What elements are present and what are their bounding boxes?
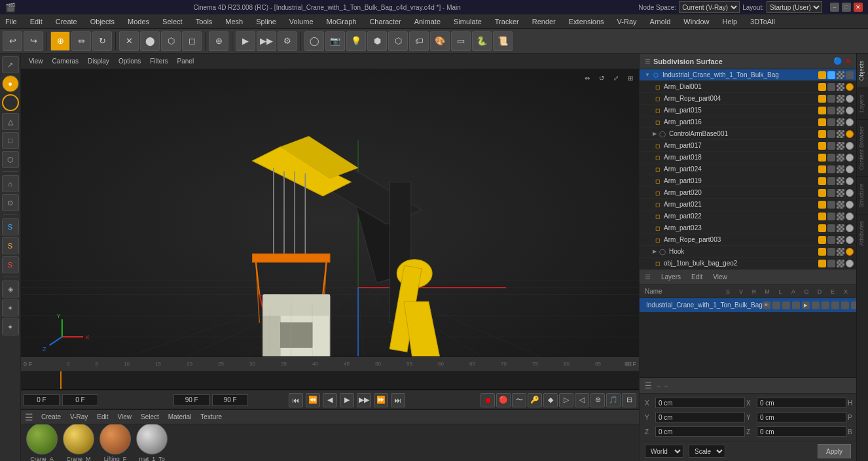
material-crane-m[interactable]: Crane_M [63, 424, 94, 461]
layer-dot-e[interactable] [841, 301, 849, 309]
edge-mode-button[interactable]: ⬡ [161, 31, 181, 51]
undo-button[interactable]: ↩ [3, 31, 22, 51]
menu-modes[interactable]: Modes [125, 16, 152, 27]
motion-button[interactable]: 〜 [512, 393, 526, 407]
objects-menu-toggle[interactable]: ☰ [645, 58, 651, 65]
record-button[interactable]: ⏺ [480, 393, 495, 407]
render-view-button[interactable]: ▶ [236, 31, 255, 51]
menu-mesh[interactable]: Mesh [223, 16, 245, 27]
menu-edit[interactable]: Edit [27, 16, 45, 27]
mat-material[interactable]: Material [164, 412, 196, 422]
step-back-button[interactable]: ⏪ [306, 393, 320, 407]
obj-row-4[interactable]: ▶ ◯ ControlArmBase001 [640, 128, 856, 140]
goto-end-button[interactable]: ⏭ [391, 393, 405, 407]
lsb-hex[interactable]: ⬡ [2, 151, 19, 168]
vt-options[interactable]: Options [115, 56, 145, 66]
layers-view-item[interactable]: View [710, 272, 730, 282]
play-back-button[interactable]: ◀ [323, 393, 337, 407]
point-mode-button[interactable]: ⬤ [140, 31, 160, 51]
vt-cameras[interactable]: Cameras [48, 56, 83, 66]
menu-create[interactable]: Create [53, 16, 80, 27]
menu-window[interactable]: Window [681, 16, 712, 27]
menu-vray[interactable]: V-Ray [615, 16, 640, 27]
light-button[interactable]: 💡 [346, 31, 366, 51]
lsb-ring[interactable] [2, 94, 19, 111]
menu-tracker[interactable]: Tracker [492, 16, 522, 27]
obj-lock-root[interactable] [827, 71, 835, 79]
viewport-grid[interactable]: ⊞ [624, 72, 636, 84]
objects-close-icon[interactable]: ✕ [845, 57, 851, 65]
layer-dot-v[interactable] [772, 301, 780, 309]
minimize-button[interactable]: – [830, 3, 839, 12]
poly-mode-button[interactable]: ◻ [182, 31, 202, 51]
lsb-house[interactable]: ⌂ [2, 175, 19, 192]
effector-button[interactable]: ⬡ [388, 31, 408, 51]
deformer-button[interactable]: ⬢ [367, 31, 387, 51]
scale-tool-button[interactable]: ⇔ [71, 31, 91, 51]
coord-y-pos-input[interactable] [655, 412, 745, 422]
lsb-s1[interactable]: S [2, 218, 19, 235]
vt-filters[interactable]: Filters [146, 56, 172, 66]
frame-range-input[interactable] [62, 394, 98, 406]
obj-arrow-4[interactable]: ▶ [653, 131, 657, 137]
mat-menu-toggle[interactable]: ☰ [25, 412, 33, 422]
objects-filter-icon[interactable]: 🔵 [833, 57, 842, 65]
key5-button[interactable]: ⊕ [590, 393, 605, 407]
layout-select[interactable]: Startup (User) [767, 1, 822, 13]
mat-create[interactable]: Create [37, 412, 65, 422]
lsb-tri[interactable]: △ [2, 113, 19, 130]
mat-edit[interactable]: Edit [93, 412, 112, 422]
material-lifting-f[interactable]: Lifting_F [99, 424, 131, 461]
menu-help[interactable]: Help [719, 16, 740, 27]
coord-z-pos-input[interactable] [655, 426, 745, 437]
null-obj-button[interactable]: ◯ [304, 31, 324, 51]
menu-tools[interactable]: Tools [193, 16, 215, 27]
move-tool-button[interactable]: ⊕ [50, 31, 70, 51]
layer-dot-g[interactable] [822, 301, 829, 309]
mat-texture[interactable]: Texture [196, 412, 226, 422]
node-space-select[interactable]: Current (V-Ray) [679, 1, 740, 13]
menu-file[interactable]: File [3, 16, 20, 27]
vt-view[interactable]: View [25, 56, 47, 66]
obj-row-8[interactable]: ◻ Arm_part019 [640, 175, 856, 187]
lsb-sq[interactable]: □ [2, 132, 19, 149]
layers-body[interactable]: Industrial_Crane_with_1_Ton_Bulk_Bag 👁 ▶ [640, 298, 856, 377]
camera-button[interactable]: 📷 [325, 31, 345, 51]
vtab-content-browser[interactable]: Content Browser [857, 119, 868, 177]
obj-row-14[interactable]: ▶ ◯ Hook [640, 246, 856, 258]
mat-view[interactable]: View [113, 412, 136, 422]
key3-button[interactable]: ▷ [559, 393, 573, 407]
layer-dot-r[interactable] [782, 301, 790, 309]
menu-mograph[interactable]: MoGraph [324, 16, 359, 27]
timeline-body[interactable] [21, 371, 639, 390]
end-frame-input[interactable] [173, 394, 209, 406]
redo-button[interactable]: ↪ [24, 31, 43, 51]
lsb-star[interactable]: ✶ [2, 299, 19, 316]
obj-arrow-root[interactable]: ▼ [645, 72, 650, 78]
lsb-wand[interactable]: ✦ [2, 318, 19, 335]
play-button[interactable]: ▶ [340, 393, 354, 407]
menu-arnold[interactable]: Arnold [647, 16, 674, 27]
current-frame-input[interactable] [24, 394, 60, 406]
script-button[interactable]: 📜 [493, 31, 513, 51]
vtab-structure[interactable]: Structure [857, 177, 868, 214]
apply-button[interactable]: Apply [818, 444, 851, 458]
mat-vray[interactable]: V-Ray [66, 412, 92, 422]
objects-body[interactable]: ▼ ⬡ Industrial_Crane_with_1_Ton_Bulk_Bag [640, 69, 856, 269]
menu-volume[interactable]: Volume [287, 16, 316, 27]
coord-yr-input[interactable] [757, 412, 846, 422]
layer-dot-l[interactable]: ▶ [802, 301, 810, 309]
viewport-canvas[interactable]: Perspective Default Camera ✱ [21, 69, 639, 356]
obj-row-1[interactable]: ◻ Arm_Rope_part004 [640, 93, 856, 105]
menu-extensions[interactable]: Extensions [566, 16, 607, 27]
lsb-circle[interactable]: ⊙ [2, 194, 19, 211]
layer-dot-s[interactable]: 👁 [763, 301, 770, 309]
vtab-attributes[interactable]: Attributes [857, 214, 868, 252]
floor-button[interactable]: ▭ [451, 31, 471, 51]
coords-scale-select[interactable]: Scale Size [689, 445, 725, 458]
coord-xr-input[interactable] [757, 398, 846, 408]
obj-row-10[interactable]: ◻ Arm_part021 [640, 199, 856, 211]
layers-menu-item[interactable]: Layers [659, 272, 683, 282]
autokey-button[interactable]: 🔴 [496, 393, 511, 407]
obj-extra-root[interactable] [846, 71, 854, 79]
